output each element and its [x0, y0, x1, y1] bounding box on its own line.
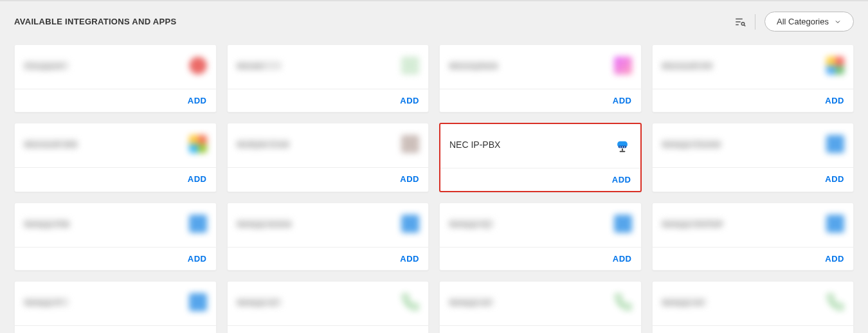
integration-card: Netapp ONTAPADD: [652, 203, 854, 271]
integration-card: NEC IP-PBXADD: [439, 123, 642, 192]
app-icon: [614, 57, 632, 75]
app-icon: [401, 57, 419, 75]
card-header: Netapp IQ: [440, 203, 641, 248]
integration-card: MicrosphereADD: [439, 44, 642, 113]
card-title: NEC IP-PBX: [449, 140, 500, 150]
card-header: Microsoft 365: [15, 123, 216, 168]
card-footer: ADD: [15, 248, 216, 270]
integration-card: CloupportADD: [14, 44, 217, 113]
svg-rect-11: [619, 151, 625, 152]
card-title: Netapp x4: [662, 298, 707, 307]
svg-line-4: [744, 24, 745, 26]
app-icon: [189, 57, 207, 75]
card-header: NEC IP-PBX: [440, 124, 640, 168]
integration-card: Netapp ActiveADD: [227, 203, 429, 271]
add-button[interactable]: ADD: [400, 96, 419, 105]
card-title: Netapp Cluster: [662, 140, 721, 148]
card-header: Netapp Active: [228, 203, 429, 248]
header-actions: All Categories: [734, 12, 854, 32]
card-footer: ADD: [15, 89, 216, 112]
integration-card: Netapp FileADD: [14, 203, 217, 271]
card-title: Microsphere: [449, 61, 498, 70]
card-title: Microsoft 365: [24, 140, 78, 148]
card-footer: ADD: [440, 326, 641, 333]
card-title: Cloupport: [24, 61, 69, 70]
add-button[interactable]: ADD: [825, 174, 844, 184]
app-icon: [614, 293, 632, 311]
svg-point-9: [624, 147, 625, 148]
card-footer: ADD: [653, 326, 854, 333]
categories-label: All Categories: [777, 17, 829, 26]
card-footer: ADD: [440, 248, 641, 270]
add-button[interactable]: ADD: [825, 96, 844, 105]
app-icon: [614, 215, 632, 233]
card-header: Netapp x3: [440, 282, 641, 326]
card-footer: ADD: [228, 168, 429, 190]
integration-card: Netapp ClusterADD: [652, 123, 854, 192]
card-header: Microsoft HV: [653, 45, 854, 89]
app-icon: [826, 135, 844, 153]
card-footer: ADD: [653, 248, 854, 270]
card-header: Netapp ONTAP: [653, 203, 854, 248]
card-header: Microsphere: [440, 45, 641, 89]
card-title: Netapp IQ: [449, 219, 494, 228]
app-icon: [401, 215, 419, 233]
card-footer: ADD: [440, 168, 640, 191]
categories-dropdown[interactable]: All Categories: [764, 12, 854, 32]
integration-card: Microsoft HVADD: [652, 44, 854, 113]
filter-icon[interactable]: [734, 16, 746, 28]
add-button[interactable]: ADD: [188, 254, 207, 264]
card-title: Netapp x2: [237, 298, 282, 307]
svg-point-7: [619, 147, 620, 148]
chevron-down-icon: [834, 18, 842, 26]
app-icon: [613, 136, 631, 154]
add-button[interactable]: ADD: [613, 254, 632, 264]
app-icon: [401, 293, 419, 311]
card-footer: ADD: [15, 326, 216, 333]
add-button[interactable]: ADD: [613, 96, 632, 105]
card-footer: ADD: [15, 168, 216, 190]
integration-card: Netapp IQADD: [439, 203, 642, 271]
app-icon: [401, 135, 419, 153]
app-icon: [826, 57, 844, 75]
card-footer: ADD: [653, 89, 854, 112]
integration-card: Multiple CredADD: [227, 123, 429, 192]
card-title: Meraki: [237, 61, 282, 70]
add-button[interactable]: ADD: [400, 174, 419, 184]
card-header: Netapp Cluster: [653, 123, 854, 168]
app-icon: [826, 215, 844, 233]
svg-point-8: [622, 147, 623, 148]
app-icon: [189, 135, 207, 153]
card-title: Netapp ONTAP: [662, 219, 723, 228]
add-button[interactable]: ADD: [825, 254, 844, 264]
card-header: Meraki: [228, 45, 429, 89]
header-bar: AVAILABLE INTEGRATIONS AND APPS All Cate…: [0, 1, 868, 38]
card-footer: ADD: [228, 248, 429, 270]
card-footer: ADD: [228, 326, 429, 333]
card-footer: ADD: [228, 89, 429, 112]
card-header: Multiple Cred: [228, 123, 429, 168]
card-title: Netapp Active: [237, 219, 292, 228]
card-title: Netapp x3: [449, 298, 494, 307]
add-button[interactable]: ADD: [400, 254, 419, 264]
card-title: Netapp P: [24, 298, 69, 307]
integration-card: Netapp PADD: [14, 281, 217, 333]
add-button[interactable]: ADD: [188, 174, 207, 184]
app-icon: [189, 215, 207, 233]
card-footer: ADD: [653, 168, 854, 190]
integration-card: Netapp x4ADD: [652, 281, 854, 333]
add-button[interactable]: ADD: [612, 175, 631, 184]
integrations-grid: CloupportADDMerakiADDMicrosphereADDMicro…: [0, 38, 868, 333]
add-button[interactable]: ADD: [188, 96, 207, 105]
card-header: Netapp x2: [228, 282, 429, 326]
header-divider: [755, 14, 755, 30]
page-title: AVAILABLE INTEGRATIONS AND APPS: [14, 17, 176, 26]
card-title: Multiple Cred: [237, 140, 289, 148]
card-header: Netapp File: [15, 203, 216, 248]
integration-card: Netapp x3ADD: [439, 281, 642, 333]
card-footer: ADD: [440, 89, 641, 112]
card-title: Microsoft HV: [662, 61, 713, 70]
card-header: Netapp x4: [653, 282, 854, 326]
svg-rect-10: [622, 148, 623, 151]
integration-card: MerakiADD: [227, 44, 429, 113]
